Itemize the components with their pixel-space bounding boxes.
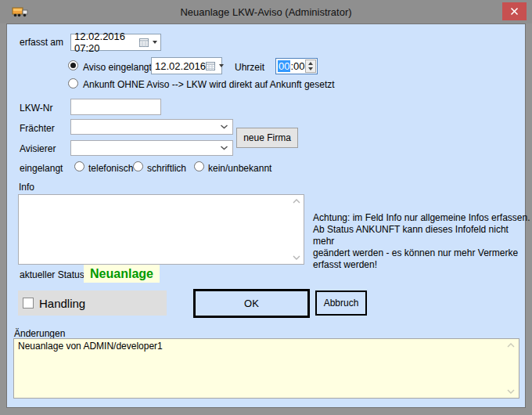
- aenderungen-label: Änderungen: [14, 328, 65, 339]
- warning-line: geändert werden - es können nur mehr Ver…: [313, 247, 530, 259]
- info-label: Info: [19, 182, 34, 193]
- spinner-up-button[interactable]: [306, 60, 315, 67]
- time-hours-selected[interactable]: 00: [278, 60, 290, 72]
- radio-aviso-eingelangt-label: Aviso eingelangt: [83, 62, 152, 73]
- warning-line: Ab Status ANKUNFT kann dieses Infofeld n…: [313, 224, 530, 247]
- radio-telefonisch-label: telefonisch: [88, 163, 133, 174]
- lkw-nr-input[interactable]: [70, 99, 161, 115]
- up-arrow-icon: [308, 62, 313, 65]
- scroll-down-icon[interactable]: [505, 388, 516, 395]
- fraechter-combobox[interactable]: [70, 119, 233, 135]
- dropdown-arrow-icon[interactable]: [219, 64, 224, 67]
- status-label: aktueller Status: [20, 269, 84, 280]
- abbruch-button-label: Abbruch: [324, 298, 359, 309]
- aviso-date-value: 12.02.2016: [155, 60, 206, 72]
- fraechter-label: Frächter: [20, 123, 55, 134]
- radio-telefonisch[interactable]: [74, 161, 84, 171]
- warning-line: erfasst werden!: [313, 259, 530, 271]
- time-minutes[interactable]: :00: [290, 60, 304, 72]
- handling-label: Handling: [39, 297, 85, 310]
- scroll-up-icon[interactable]: [505, 341, 516, 348]
- handling-checkbox[interactable]: [23, 298, 34, 309]
- chevron-down-icon: [220, 146, 228, 150]
- lkw-nr-label: LKW-Nr: [20, 103, 52, 114]
- calendar-icon: [139, 38, 149, 47]
- scroll-down-icon[interactable]: [291, 254, 302, 261]
- avisierer-label: Avisierer: [20, 143, 56, 154]
- erfasst-am-label: erfasst am: [20, 37, 63, 48]
- radio-kein-unbekannt-label: kein/unbekannt: [208, 163, 271, 174]
- ok-button[interactable]: OK: [193, 289, 310, 318]
- radio-schriftlich-label: schriftlich: [147, 163, 186, 174]
- truck-icon: [12, 5, 31, 18]
- aenderungen-textarea[interactable]: Neuanlage von ADMIN/developer1: [13, 338, 519, 399]
- radio-ankunft-ohne-aviso[interactable]: [68, 78, 78, 88]
- spinner-down-button[interactable]: [306, 67, 315, 73]
- info-textarea[interactable]: [18, 194, 304, 265]
- handling-group: Handling: [18, 290, 167, 316]
- abbruch-button[interactable]: Abbruch: [315, 290, 367, 316]
- dropdown-arrow-icon[interactable]: [153, 41, 157, 44]
- neue-firma-button-label: neue Firma: [243, 132, 291, 143]
- erfasst-am-value: 12.02.2016 07:20: [74, 31, 139, 54]
- radio-ankunft-ohne-aviso-label: Ankunft OHNE Aviso --> LKW wird direkt a…: [83, 79, 335, 90]
- uhrzeit-time-input[interactable]: 00 :00: [275, 58, 318, 74]
- time-spinner[interactable]: [305, 60, 316, 73]
- neue-firma-button[interactable]: neue Firma: [236, 128, 298, 148]
- aviso-datepicker[interactable]: 12.02.2016: [151, 57, 222, 74]
- radio-schriftlich[interactable]: [133, 161, 143, 171]
- close-icon: [510, 7, 519, 16]
- uhrzeit-label: Uhrzeit: [235, 62, 264, 73]
- info-warning-text: Achtung: im Feld Info nur allgemeine Inf…: [313, 212, 530, 271]
- avisierer-combobox[interactable]: [70, 140, 233, 156]
- status-badge: Neuanlage: [84, 265, 160, 283]
- radio-aviso-eingelangt[interactable]: [68, 60, 78, 70]
- erfasst-am-datepicker[interactable]: 12.02.2016 07:20: [70, 34, 161, 51]
- titlebar[interactable]: Neuanlage LKW-Aviso (Administrator): [0, 0, 532, 23]
- warning-line: Achtung: im Feld Info nur allgemeine Inf…: [313, 212, 530, 224]
- radio-kein-unbekannt[interactable]: [194, 161, 204, 171]
- dialog-window: Neuanlage LKW-Aviso (Administrator) erfa…: [0, 0, 532, 415]
- down-arrow-icon: [308, 67, 313, 70]
- chevron-down-icon: [220, 125, 228, 129]
- eingelangt-label: eingelangt: [20, 163, 63, 174]
- calendar-icon: [206, 62, 215, 70]
- window-title: Neuanlage LKW-Aviso (Administrator): [0, 6, 532, 18]
- close-button[interactable]: [502, 2, 527, 20]
- scroll-up-icon[interactable]: [291, 197, 302, 204]
- ok-button-label: OK: [244, 298, 259, 309]
